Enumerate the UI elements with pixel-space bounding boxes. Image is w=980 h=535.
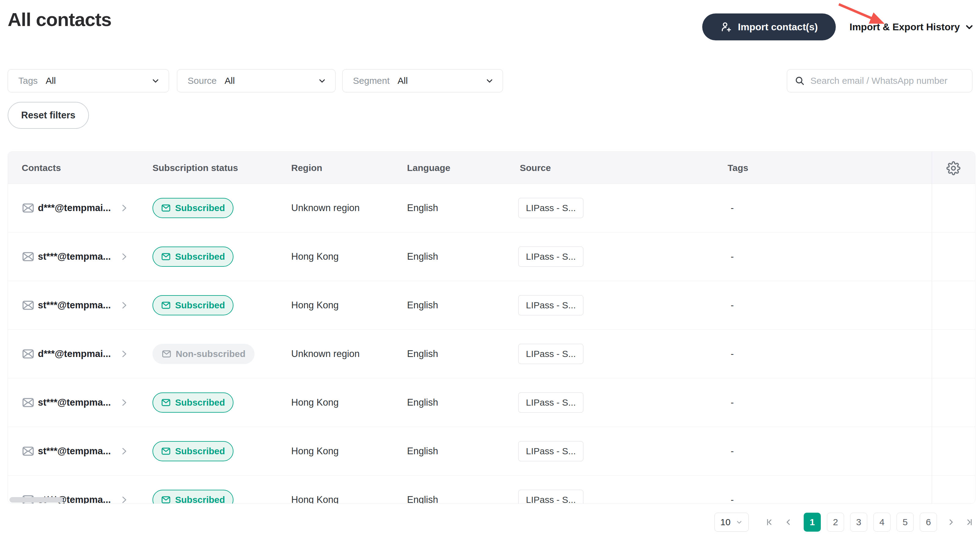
page-title: All contacts xyxy=(8,8,111,30)
import-contacts-button[interactable]: Import contact(s) xyxy=(702,13,836,40)
source-chip[interactable]: LIPass - S... xyxy=(518,246,583,267)
import-export-history-button[interactable]: Import & Export History xyxy=(850,13,975,40)
gear-icon xyxy=(947,161,961,175)
tags-cell: - xyxy=(731,397,734,408)
mail-icon xyxy=(161,495,171,504)
contact-email[interactable]: st***@tempma... xyxy=(38,251,111,262)
tags-cell: - xyxy=(731,494,734,504)
chevron-right-icon[interactable] xyxy=(119,495,129,504)
source-chip[interactable]: LIPass - S... xyxy=(518,295,583,315)
region-cell: Hong Kong xyxy=(291,494,339,504)
source-filter-value: All xyxy=(224,75,318,86)
region-cell: Hong Kong xyxy=(291,251,339,262)
subscription-badge: Non-subscribed xyxy=(153,344,255,364)
search-icon xyxy=(794,75,805,86)
reset-filters-button[interactable]: Reset filters xyxy=(8,102,89,129)
chevron-down-icon xyxy=(318,76,327,85)
page-button-1[interactable]: 1 xyxy=(804,513,821,532)
first-page-button[interactable] xyxy=(762,513,777,532)
page-button-4[interactable]: 4 xyxy=(873,513,891,532)
table-row: st***@tempma... Subscribed Hong Kong xyxy=(8,281,975,330)
segment-filter-dropdown[interactable]: Segment All xyxy=(342,69,503,93)
column-header-contacts: Contacts xyxy=(22,152,61,184)
settings-column-divider xyxy=(932,152,932,503)
subscription-badge: Subscribed xyxy=(153,246,234,267)
chevron-down-icon xyxy=(735,519,743,526)
language-cell: English xyxy=(407,494,438,504)
language-cell: English xyxy=(407,300,438,311)
table-row: d***@tempmai... Subscribed Unknown regio… xyxy=(8,184,975,233)
mail-icon xyxy=(22,396,35,409)
chevron-down-icon xyxy=(151,76,160,85)
subscription-status-label: Subscribed xyxy=(175,251,225,262)
page-button-6[interactable]: 6 xyxy=(920,513,937,532)
source-chip[interactable]: LIPass - S... xyxy=(518,490,583,504)
tags-filter-value: All xyxy=(46,75,151,86)
mail-icon xyxy=(161,446,171,456)
subscription-badge: Subscribed xyxy=(153,490,234,504)
mail-icon xyxy=(162,349,172,359)
chevron-right-icon[interactable] xyxy=(119,446,129,457)
tags-filter-label: Tags xyxy=(18,75,38,86)
subscription-status-label: Subscribed xyxy=(175,203,225,213)
page-button-3[interactable]: 3 xyxy=(850,513,867,532)
mail-icon xyxy=(161,252,171,262)
subscription-badge: Subscribed xyxy=(153,295,234,315)
mail-icon xyxy=(22,250,35,263)
chevron-right-icon[interactable] xyxy=(119,398,129,408)
tags-filter-dropdown[interactable]: Tags All xyxy=(8,69,169,93)
mail-icon xyxy=(22,299,35,312)
column-header-region: Region xyxy=(291,152,322,184)
region-cell: Hong Kong xyxy=(291,300,339,311)
tags-cell: - xyxy=(731,348,734,359)
page-button-5[interactable]: 5 xyxy=(897,513,914,532)
subscription-badge: Subscribed xyxy=(153,441,234,461)
region-cell: Unknown region xyxy=(291,203,360,214)
source-chip[interactable]: LIPass - S... xyxy=(518,344,583,364)
table-row: st***@tempma... Subscribed Hong Kong xyxy=(8,476,975,504)
first-page-icon xyxy=(765,517,774,527)
region-cell: Hong Kong xyxy=(291,397,339,408)
chevron-right-icon[interactable] xyxy=(119,349,129,359)
segment-filter-value: All xyxy=(398,75,485,86)
chevron-right-icon[interactable] xyxy=(119,203,129,213)
region-cell: Unknown region xyxy=(291,348,360,359)
mail-icon xyxy=(22,445,35,458)
language-cell: English xyxy=(407,348,438,359)
page-size-select[interactable]: 10 xyxy=(714,513,749,532)
table-row: st***@tempma... Subscribed Hong Kong xyxy=(8,378,975,427)
table-row: d***@tempmai... Non-subscribed Unknown r… xyxy=(8,330,975,378)
source-chip[interactable]: LIPass - S... xyxy=(518,198,583,218)
source-chip[interactable]: LIPass - S... xyxy=(518,393,583,413)
contact-email[interactable]: d***@tempmai... xyxy=(38,348,111,359)
chevron-right-icon[interactable] xyxy=(119,300,129,310)
chevron-down-icon xyxy=(485,76,494,85)
next-page-button[interactable] xyxy=(943,513,959,532)
subscription-status-label: Subscribed xyxy=(175,495,225,504)
source-filter-label: Source xyxy=(188,75,216,86)
mail-icon xyxy=(161,398,171,407)
language-cell: English xyxy=(407,446,438,457)
prev-page-button[interactable] xyxy=(780,513,796,532)
contact-email[interactable]: st***@tempma... xyxy=(38,446,111,457)
contact-email[interactable]: st***@tempma... xyxy=(38,397,111,408)
segment-filter-label: Segment xyxy=(353,75,390,86)
contact-email[interactable]: st***@tempma... xyxy=(38,300,111,311)
page-button-2[interactable]: 2 xyxy=(827,513,844,532)
table-settings-button[interactable] xyxy=(945,160,962,177)
subscription-status-label: Non-subscribed xyxy=(176,349,245,359)
search-input[interactable] xyxy=(810,75,965,86)
subscription-status-label: Subscribed xyxy=(175,446,225,457)
source-chip[interactable]: LIPass - S... xyxy=(518,441,583,461)
contact-email[interactable]: d***@tempmai... xyxy=(38,203,111,214)
person-add-icon xyxy=(720,21,732,33)
source-filter-dropdown[interactable]: Source All xyxy=(177,69,336,93)
language-cell: English xyxy=(407,203,438,214)
last-page-button[interactable] xyxy=(961,513,977,532)
horizontal-scrollbar[interactable] xyxy=(10,497,63,503)
chevron-right-icon[interactable] xyxy=(119,251,129,262)
subscription-status-label: Subscribed xyxy=(175,398,225,408)
column-header-subscription-status: Subscription status xyxy=(153,152,238,184)
table-row: st***@tempma... Subscribed Hong Kong xyxy=(8,233,975,281)
language-cell: English xyxy=(407,397,438,408)
